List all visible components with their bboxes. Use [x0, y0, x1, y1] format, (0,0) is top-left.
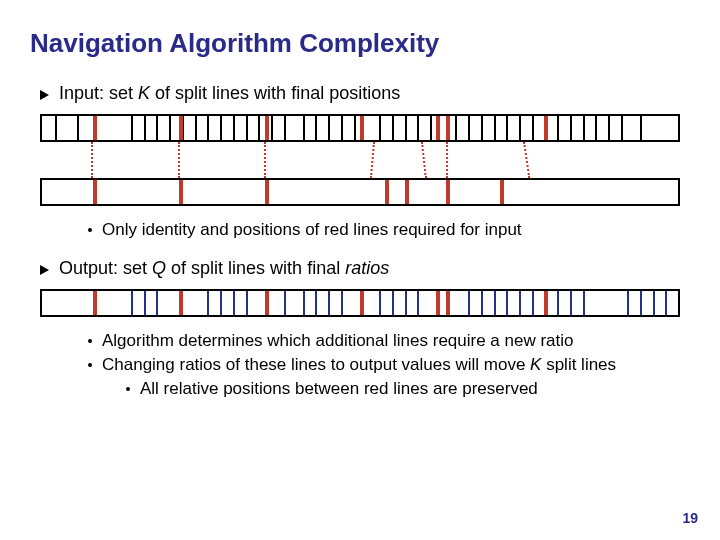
connector-line [421, 142, 427, 178]
connector-line [370, 142, 375, 178]
bullet-output-text: Output: set Q of split lines with final … [59, 258, 389, 279]
var-q: Q [152, 258, 166, 278]
tick-blue [220, 291, 222, 315]
triangle-bullet-icon [40, 90, 49, 100]
tick-blue [506, 291, 508, 315]
tick-red [93, 180, 97, 204]
connector-line [178, 142, 180, 178]
tick-blue [207, 291, 209, 315]
connector-line [264, 142, 266, 178]
tick-red [436, 291, 440, 315]
tick-red [544, 291, 548, 315]
text: of split lines with final [166, 258, 345, 278]
text: Algorithm determines which additional li… [102, 331, 574, 351]
tick-blue [284, 291, 286, 315]
tick-blue [405, 291, 407, 315]
tick-red [446, 291, 450, 315]
text: Changing ratios of these lines to output… [102, 355, 616, 375]
tick-blue [392, 291, 394, 315]
tick-red [446, 180, 450, 204]
diagram-input [40, 114, 680, 206]
connector-line [446, 142, 448, 178]
tick-blue [144, 291, 146, 315]
tick-red [385, 180, 389, 204]
bullet-input: Input: set K of split lines with final p… [40, 83, 690, 104]
tick-blue [640, 291, 642, 315]
triangle-bullet-icon [40, 265, 49, 275]
text: split lines [541, 355, 616, 374]
var-k: K [138, 83, 150, 103]
tick-blue [519, 291, 521, 315]
tick-blue [557, 291, 559, 315]
tick-blue [379, 291, 381, 315]
tick-blue [468, 291, 470, 315]
tick-blue [131, 291, 133, 315]
tick-blue [246, 291, 248, 315]
connector-line [523, 142, 530, 178]
bullet-output: Output: set Q of split lines with final … [40, 258, 690, 279]
dot-bullet-icon [88, 363, 92, 367]
text: Output: set [59, 258, 152, 278]
output-bar [40, 289, 680, 317]
text: of split lines with final positions [150, 83, 400, 103]
tick-red [179, 291, 183, 315]
connector-line [91, 142, 93, 178]
text: Only identity and positions of red lines… [102, 220, 522, 240]
tick-red [179, 180, 183, 204]
tick-blue [570, 291, 572, 315]
tick-blue [328, 291, 330, 315]
tick-blue [156, 291, 158, 315]
bullet-input-sub: Only identity and positions of red lines… [88, 220, 690, 240]
page-number: 19 [682, 510, 698, 526]
tick-red [405, 180, 409, 204]
tick-blue [653, 291, 655, 315]
var-k: K [530, 355, 541, 374]
tick-red [500, 180, 504, 204]
bullet-output-sub2: Changing ratios of these lines to output… [88, 355, 690, 375]
dot-bullet-icon [88, 228, 92, 232]
em-ratios: ratios [345, 258, 389, 278]
dot-bullet-icon [88, 339, 92, 343]
tick-blue [627, 291, 629, 315]
tick-blue [233, 291, 235, 315]
tick-blue [532, 291, 534, 315]
text: Input: set [59, 83, 138, 103]
input-bottom-bar [40, 178, 680, 206]
tick-red [360, 291, 364, 315]
text: Changing ratios of these lines to output… [102, 355, 530, 374]
bullet-output-sub1: Algorithm determines which additional li… [88, 331, 690, 351]
tick-blue [303, 291, 305, 315]
diagram-output [40, 289, 680, 317]
tick-blue [494, 291, 496, 315]
tick-blue [315, 291, 317, 315]
slide-title: Navigation Algorithm Complexity [30, 28, 690, 59]
bullet-output-sub3: All relative positions between red lines… [126, 379, 690, 399]
tick-red [265, 180, 269, 204]
tick-blue [665, 291, 667, 315]
tick-blue [481, 291, 483, 315]
tick-blue [583, 291, 585, 315]
text: All relative positions between red lines… [140, 379, 538, 399]
tick-red [265, 291, 269, 315]
bullet-input-text: Input: set K of split lines with final p… [59, 83, 400, 104]
connector-layer [40, 114, 680, 178]
dot-bullet-icon [126, 387, 130, 391]
tick-red [93, 291, 97, 315]
tick-blue [341, 291, 343, 315]
tick-blue [417, 291, 419, 315]
